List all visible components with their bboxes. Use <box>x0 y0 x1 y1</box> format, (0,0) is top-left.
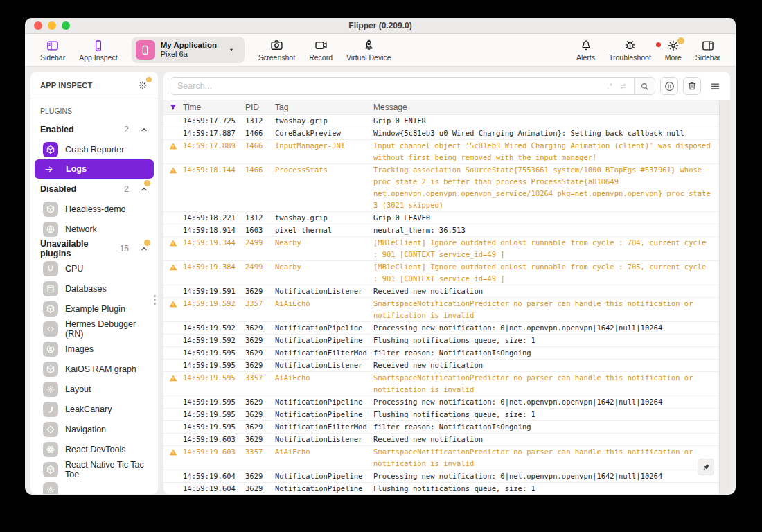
window-title: Flipper (0.209.0) <box>25 21 736 30</box>
log-time-cell: 14:59:17.887 <box>183 127 245 139</box>
plugin-section-header-disabled[interactable]: Disabled2 <box>30 179 158 199</box>
log-row[interactable]: 14:59:19.6043629NotificationPipelineProc… <box>163 470 719 483</box>
sparkle-icon[interactable] <box>137 80 148 91</box>
log-row[interactable]: 14:59:19.5953629NotificationFilterModfil… <box>163 421 719 434</box>
record-button[interactable]: Record <box>302 38 339 62</box>
log-row[interactable]: 14:59:19.5953629NotificationPipelineFlus… <box>163 409 719 421</box>
video-camera-icon <box>314 38 328 53</box>
plugin-label: Hermes Debugger (RN) <box>65 319 151 339</box>
log-message-cell: [MBleClient] Ignore outdated onLost runn… <box>373 261 719 285</box>
minimize-window-button[interactable] <box>48 21 56 30</box>
sidebar-item-kaios-ram-graph[interactable]: KaiOS RAM graph <box>30 359 158 379</box>
log-row[interactable]: 14:59:19.6033357AiAiEchoSmartspaceNotifi… <box>163 446 719 470</box>
selected-device-name: Pixel 6a <box>161 50 217 60</box>
log-row[interactable]: 14:59:19.5913629NotificationListenerRece… <box>163 285 719 298</box>
plugin-section-header-unavailable-plugins[interactable]: Unavailable plugins15 <box>30 239 158 258</box>
log-time-cell: 14:59:19.595 <box>183 409 245 420</box>
pin-to-bottom-button[interactable] <box>698 459 714 475</box>
log-row[interactable]: 14:59:19.6043629NotificationPipelineFlus… <box>163 483 719 494</box>
log-row[interactable]: 14:59:17.7251312twoshay.gripGrip 0 ENTER <box>163 115 719 127</box>
log-message-cell: Input channel object '5c81eb3 Wired Char… <box>373 140 719 163</box>
search-submit-button[interactable] <box>634 78 655 94</box>
flipper-window: Flipper (0.209.0) Sidebar App Inspect <box>25 18 736 495</box>
swap-arrows-icon[interactable] <box>618 81 628 91</box>
clear-logs-button[interactable] <box>683 77 701 95</box>
sidebar-item-layout[interactable]: Layout <box>30 379 158 399</box>
notification-dot-amber <box>146 77 152 82</box>
log-time-cell: 14:59:19.592 <box>183 335 245 346</box>
log-message-cell: SmartspaceNotificationPredictor no parse… <box>373 446 719 470</box>
log-row[interactable]: 14:59:19.5953629NotificationPipelineProc… <box>163 396 719 409</box>
sidebar-item-logs[interactable]: Logs <box>35 159 154 179</box>
warning-icon <box>169 300 177 308</box>
log-message-cell: Flushing notifications queue, size: 1 <box>373 409 719 420</box>
log-tag-cell: Nearby <box>275 237 373 260</box>
filter-funnel-icon[interactable] <box>163 103 183 112</box>
sidebar-item-leakcanary[interactable]: LeakCanary <box>30 399 158 419</box>
scrollbar-track[interactable] <box>719 100 730 494</box>
sidebar-item-network[interactable]: Network <box>30 219 158 239</box>
column-header-time[interactable]: Time <box>183 103 245 112</box>
log-row[interactable]: 14:59:18.2211312twoshay.gripGrip 0 LEAVE… <box>163 212 719 224</box>
sidebar-item-example-plugin[interactable]: Example Plugin <box>30 299 158 319</box>
sidebar-item-databases[interactable]: Databases <box>30 278 158 299</box>
sidebar-item-images[interactable]: Images <box>30 339 158 359</box>
sidebar-item-cpu[interactable]: CPU <box>30 258 158 278</box>
titlebar[interactable]: Flipper (0.209.0) <box>25 18 736 34</box>
plugins-sidebar: APP INSPECT PLUGINS Enabled2Crash Report… <box>30 72 158 494</box>
plugin-section-header-enabled[interactable]: Enabled2 <box>30 120 158 139</box>
chevron-up-icon[interactable] <box>140 125 148 134</box>
sidebar-item-react-native-tic-tac-toe[interactable]: React Native Tic Tac Toe <box>30 459 158 479</box>
zoom-window-button[interactable] <box>62 21 70 30</box>
log-level-cell <box>163 446 183 470</box>
sidebar-item-headless-demo[interactable]: Headless-demo <box>30 199 158 219</box>
log-row[interactable]: 14:59:19.5953629NotificationListenerRece… <box>163 360 719 372</box>
regex-toggle-icon[interactable]: .* <box>607 82 613 90</box>
alerts-button[interactable]: Alerts <box>569 38 602 62</box>
troubleshoot-button[interactable]: Troubleshoot <box>602 38 658 62</box>
log-row[interactable]: 14:59:18.9141603pixel-thermalneutral_the… <box>163 224 719 237</box>
log-row[interactable]: 14:59:19.5923629NotificationPipelineProc… <box>163 322 719 335</box>
log-row[interactable]: 14:59:19.5953357AiAiEchoSmartspaceNotifi… <box>163 372 719 396</box>
log-row[interactable]: 14:59:19.5953629NotificationFilterModfil… <box>163 347 719 360</box>
close-window-button[interactable] <box>34 21 42 30</box>
table-options-menu-button[interactable] <box>706 77 724 95</box>
plugin-label: Layout <box>65 384 91 394</box>
left-sidebar-toggle-button[interactable]: Sidebar <box>33 38 72 62</box>
right-sidebar-toggle-button[interactable]: Sidebar <box>689 38 727 62</box>
log-table: Time PID Tag Message 14:59:17.7251312two… <box>163 100 730 494</box>
section-title: Unavailable plugins <box>40 239 120 258</box>
log-row[interactable]: 14:59:19.6033629NotificationListenerRece… <box>163 434 719 446</box>
log-row[interactable]: 14:59:17.8891466InputManager-JNIInput ch… <box>163 140 719 164</box>
column-header-pid[interactable]: PID <box>245 103 275 112</box>
sidebar-item-item[interactable] <box>30 479 158 494</box>
app-inspect-button[interactable]: App Inspect <box>72 38 124 62</box>
log-tag-cell: NotificationListener <box>275 434 373 445</box>
sidebar-item-react-devtools[interactable]: React DevTools <box>30 439 158 459</box>
screenshot-button[interactable]: Screenshot <box>251 38 302 62</box>
virtual-device-button[interactable]: Virtual Device <box>339 38 398 62</box>
log-row[interactable]: 14:59:19.3442499Nearby[MBleClient] Ignor… <box>163 237 719 261</box>
pause-logs-button[interactable] <box>660 77 678 95</box>
more-button[interactable]: More <box>658 38 689 62</box>
search-input[interactable] <box>170 78 607 94</box>
log-row[interactable]: 14:59:19.5923357AiAiEchoSmartspaceNotifi… <box>163 298 719 322</box>
sidebar-item-hermes-debugger-rn[interactable]: Hermes Debugger (RN) <box>30 319 158 339</box>
phone-icon <box>91 38 105 53</box>
column-header-message[interactable]: Message <box>373 103 719 112</box>
sidebar-item-crash-reporter[interactable]: Crash Reporter <box>30 139 158 159</box>
panel-resize-handle[interactable] <box>154 295 156 305</box>
log-row[interactable]: 14:59:17.8871466CoreBackPreviewWindow{5c… <box>163 127 719 140</box>
log-row[interactable]: 14:59:18.1441466ProcessStatsTracking ass… <box>163 164 719 212</box>
app-inspect-header[interactable]: APP INSPECT <box>30 72 158 98</box>
log-row[interactable]: 14:59:19.3842499Nearby[MBleClient] Ignor… <box>163 261 719 285</box>
log-row[interactable]: 14:59:19.5923629NotificationPipelineFlus… <box>163 335 719 347</box>
column-header-tag[interactable]: Tag <box>275 103 373 112</box>
chevron-up-icon[interactable] <box>140 185 148 193</box>
device-app-selector[interactable]: My Application Pixel 6a <box>132 37 245 63</box>
chevron-up-icon[interactable] <box>140 245 148 253</box>
log-message-cell: Grip 0 ENTER <box>373 115 719 127</box>
sidebar-right-icon <box>701 38 715 53</box>
log-pid-cell: 3357 <box>245 446 275 470</box>
sidebar-item-navigation[interactable]: Navigation <box>30 419 158 439</box>
